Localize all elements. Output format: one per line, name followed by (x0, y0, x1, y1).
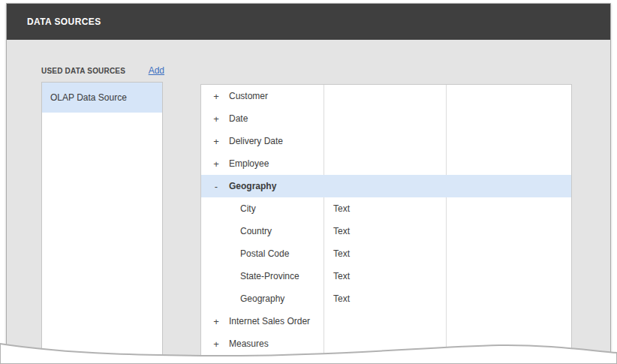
field-type-cell: Text (333, 265, 350, 287)
tree-row-label: Internet Sales Order (229, 316, 310, 326)
tree-row-date[interactable]: +Date (201, 107, 571, 130)
expand-icon[interactable]: + (210, 107, 222, 130)
tree-row-measures[interactable]: +Measures (201, 332, 571, 355)
expand-icon[interactable]: + (210, 130, 222, 152)
add-data-source-link[interactable]: Add (149, 67, 164, 75)
used-data-sources-label: USED DATA SOURCES (41, 67, 125, 75)
panel-title: DATA SOURCES (7, 17, 101, 27)
tree-row-label: Geography (229, 181, 276, 191)
tree-row-city[interactable]: CityText (201, 197, 571, 220)
data-sources-panel: DATA SOURCES USED DATA SOURCES Add OLAP … (6, 3, 611, 359)
tree-row-country[interactable]: CountryText (201, 220, 571, 242)
tree-row-employee[interactable]: +Employee (201, 152, 571, 175)
field-type-cell: Text (333, 287, 350, 310)
tree-row-geography[interactable]: -Geography (201, 175, 571, 197)
expand-icon[interactable]: + (210, 332, 222, 355)
tree-row-delivery-date[interactable]: +Delivery Date (201, 130, 571, 152)
panel-header: DATA SOURCES (7, 4, 610, 40)
tree-row-internet-sales-order[interactable]: +Internet Sales Order (201, 310, 571, 332)
field-type-cell: Text (333, 242, 350, 265)
expand-icon[interactable]: + (210, 152, 222, 175)
tree-row-label: Postal Code (240, 248, 289, 259)
screenshot-canvas: DATA SOURCES USED DATA SOURCES Add OLAP … (0, 0, 617, 364)
field-tree-table: +Customer+Date+Delivery Date+Employee-Ge… (200, 84, 572, 359)
tree-row-label: Customer (229, 91, 268, 101)
tree-row-label: Delivery Date (229, 136, 283, 146)
tree-row-label: Employee (229, 158, 269, 169)
expand-icon[interactable]: + (210, 310, 222, 332)
data-source-list: OLAP Data Source (41, 82, 163, 358)
tree-row-postal-code[interactable]: Postal CodeText (201, 242, 571, 265)
field-type-cell: Text (333, 197, 350, 220)
tree-row-label: Date (229, 113, 248, 124)
used-sources-header: USED DATA SOURCES Add (41, 67, 164, 75)
tree-row-label: City (240, 203, 256, 214)
tree-row-state-province[interactable]: State-ProvinceText (201, 265, 571, 287)
expand-icon[interactable]: + (210, 85, 222, 107)
collapse-icon[interactable]: - (210, 175, 222, 197)
tree-row-label: Measures (229, 338, 269, 349)
tree-row-customer[interactable]: +Customer (201, 85, 571, 107)
tree-row-label: Geography (240, 293, 284, 304)
tree-row-label: Country (240, 226, 272, 236)
field-type-cell: Text (333, 220, 350, 242)
data-source-item[interactable]: OLAP Data Source (42, 83, 162, 113)
tree-row-label: State-Province (240, 271, 299, 281)
tree-row-geography[interactable]: GeographyText (201, 287, 571, 310)
